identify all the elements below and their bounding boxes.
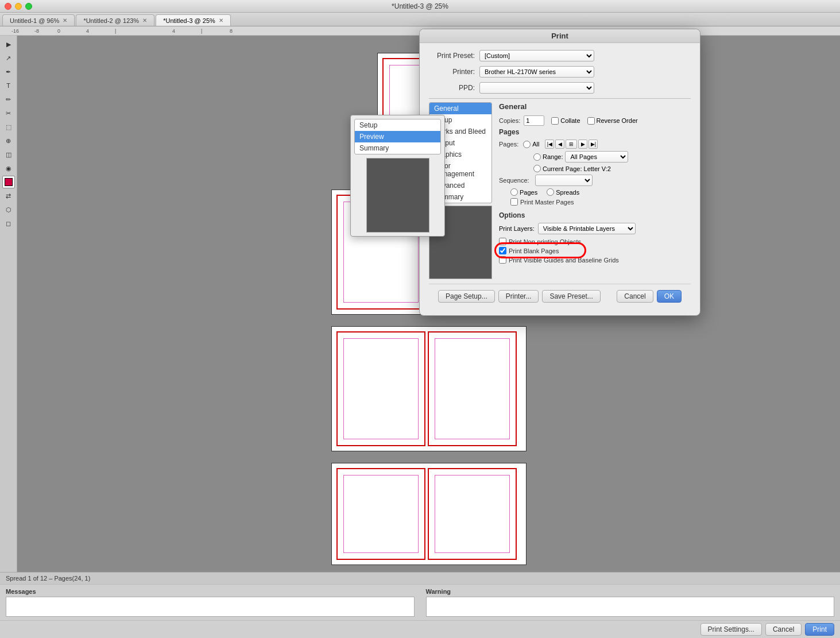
tool-none[interactable]: ⬡ bbox=[2, 203, 15, 216]
spread-info: Spread 1 of 12 – Pages(24, 1) bbox=[6, 575, 90, 582]
cancel-button[interactable]: Cancel bbox=[617, 290, 653, 303]
page-inner-left-2 bbox=[343, 338, 419, 439]
page-inner-right-2 bbox=[435, 338, 510, 439]
collate-checkbox[interactable] bbox=[551, 117, 559, 125]
print-visible-guides-checkbox[interactable] bbox=[499, 256, 506, 264]
tool-arrow[interactable]: ▶ bbox=[2, 38, 15, 51]
warning-content bbox=[426, 597, 835, 617]
bottom-bar: Spread 1 of 12 – Pages(24, 1) Messages W… bbox=[0, 572, 840, 638]
ppd-label: PPD: bbox=[429, 84, 475, 92]
tool-mode[interactable]: ◻ bbox=[2, 217, 15, 230]
preset-row: Print Preset: [Custom] bbox=[429, 50, 691, 61]
print-master-checkbox[interactable] bbox=[510, 198, 518, 206]
tab-untitled2[interactable]: *Untitled-2 @ 123% ✕ bbox=[76, 14, 154, 26]
dialog-title: Print bbox=[551, 32, 568, 40]
printer-label: Printer: bbox=[429, 68, 475, 76]
messages-title: Messages bbox=[6, 588, 415, 595]
reverse-order-checkbox[interactable] bbox=[587, 117, 595, 125]
print-layers-row: Print Layers: Visible & Printable Layers bbox=[499, 223, 691, 234]
small-sidebar-preview[interactable]: Preview bbox=[355, 131, 440, 142]
copies-label: Copies: bbox=[499, 117, 520, 124]
ok-button[interactable]: OK bbox=[657, 290, 682, 303]
spreads-radio-label: Spreads bbox=[547, 188, 579, 196]
bottom-cancel-button[interactable]: Cancel bbox=[765, 623, 802, 636]
nav-prev[interactable]: ◀ bbox=[555, 140, 564, 149]
print-non-printing-checkbox[interactable] bbox=[499, 238, 506, 245]
nav-first[interactable]: |◀ bbox=[545, 140, 554, 149]
tool-pen[interactable]: ✒ bbox=[2, 65, 15, 78]
pages-section: Pages Pages: All |◀ ◀ ⊞ ▶ bbox=[499, 128, 691, 206]
tool-zoom[interactable]: ⊕ bbox=[2, 134, 15, 147]
sequence-row: Sequence: bbox=[499, 175, 691, 186]
small-sidebar-summary[interactable]: Summary bbox=[355, 142, 440, 154]
dialog-main: General Setup Marks and Bleed Output Gra… bbox=[429, 102, 691, 279]
tool-gradient[interactable]: ◫ bbox=[2, 148, 15, 161]
options-title: Options bbox=[499, 211, 691, 219]
copies-row: Copies: Collate Reverse Order bbox=[499, 115, 691, 126]
title-bar: *Untitled-3 @ 25% bbox=[0, 0, 840, 13]
pages-nav: |◀ ◀ ⊞ ▶ ▶| bbox=[545, 140, 598, 149]
tool-text[interactable]: T bbox=[2, 79, 15, 92]
print-layers-select[interactable]: Visible & Printable Layers bbox=[538, 223, 636, 234]
preview-thumbnail bbox=[366, 158, 429, 233]
close-button[interactable] bbox=[5, 3, 11, 10]
tool-pencil[interactable]: ✏ bbox=[2, 93, 15, 106]
tab-untitled1[interactable]: Untitled-1 @ 96% ✕ bbox=[2, 14, 75, 26]
sidebar-general[interactable]: General bbox=[429, 103, 491, 114]
current-page-radio[interactable] bbox=[533, 165, 541, 172]
spread-info-bar: Spread 1 of 12 – Pages(24, 1) bbox=[0, 573, 840, 585]
minimize-button[interactable] bbox=[15, 3, 22, 10]
nav-last[interactable]: ▶| bbox=[589, 140, 598, 149]
printer-select[interactable]: Brother HL-2170W series bbox=[479, 66, 594, 78]
range-select[interactable]: All Pages bbox=[565, 151, 628, 163]
range-radio[interactable] bbox=[533, 153, 541, 161]
print-visible-guides-label: Print Visible Guides and Baseline Grids bbox=[509, 257, 619, 264]
pages-label: Pages: bbox=[499, 141, 518, 148]
print-button[interactable]: Print bbox=[805, 623, 834, 636]
print-visible-guides-row: Print Visible Guides and Baseline Grids bbox=[499, 256, 691, 264]
current-page-row: Current Page: Letter V:2 bbox=[499, 165, 691, 172]
pages-field-row: Pages: All |◀ ◀ ⊞ ▶ ▶| bbox=[499, 140, 691, 149]
maximize-button[interactable] bbox=[25, 3, 32, 10]
all-radio[interactable] bbox=[523, 141, 531, 148]
tool-rect[interactable]: ⬚ bbox=[2, 121, 15, 133]
tool-scissors[interactable]: ✂ bbox=[2, 107, 15, 119]
range-row: Range: All Pages bbox=[499, 151, 691, 163]
tab-close-icon[interactable]: ✕ bbox=[142, 17, 147, 24]
preset-select[interactable]: [Custom] bbox=[479, 50, 594, 61]
tab-close-icon[interactable]: ✕ bbox=[219, 17, 223, 24]
copies-input[interactable] bbox=[524, 115, 544, 126]
toolbar: ▶ ↗ ✒ T ✏ ✂ ⬚ ⊕ ◫ ◉ ⇄ ⬡ ◻ bbox=[0, 36, 17, 638]
pages-group-title: Pages bbox=[499, 128, 691, 136]
print-dialog: Print Print Preset: [Custom] Printer: Br… bbox=[419, 29, 700, 316]
tool-color[interactable] bbox=[2, 176, 15, 188]
print-non-printing-row: Print Non-printing Objects bbox=[499, 238, 691, 245]
tool-select[interactable]: ↗ bbox=[2, 52, 15, 64]
spread-4 bbox=[331, 463, 527, 565]
nav-next[interactable]: ▶ bbox=[578, 140, 587, 149]
dialog-buttons: Page Setup... Printer... Save Preset... … bbox=[429, 284, 691, 308]
dialog-title-bar: Print bbox=[420, 29, 700, 43]
nav-spread[interactable]: ⊞ bbox=[566, 140, 577, 149]
save-preset-button[interactable]: Save Preset... bbox=[542, 290, 600, 303]
right-buttons: Cancel OK bbox=[617, 290, 682, 303]
tool-eyedrop[interactable]: ◉ bbox=[2, 162, 15, 175]
print-master-row: Print Master Pages bbox=[499, 198, 691, 206]
print-blank-checkbox[interactable] bbox=[499, 247, 506, 254]
tab-untitled3[interactable]: *Untitled-3 @ 25% ✕ bbox=[156, 14, 231, 26]
tab-close-icon[interactable]: ✕ bbox=[63, 17, 67, 24]
spreads-sequence-radio[interactable] bbox=[547, 188, 554, 196]
printer-button[interactable]: Printer... bbox=[498, 290, 539, 303]
spread-3 bbox=[331, 326, 527, 451]
page-setup-button[interactable]: Page Setup... bbox=[438, 290, 495, 303]
bottom-buttons: Print Settings... Cancel Print bbox=[0, 620, 840, 638]
print-settings-button[interactable]: Print Settings... bbox=[700, 623, 762, 636]
pages-spreads-row: Pages Spreads bbox=[499, 188, 691, 196]
sequence-select[interactable] bbox=[535, 175, 593, 186]
page-right-3 bbox=[428, 468, 517, 560]
ppd-select[interactable] bbox=[479, 82, 594, 94]
pages-sequence-radio[interactable] bbox=[510, 188, 518, 196]
small-sidebar-setup[interactable]: Setup bbox=[355, 119, 440, 131]
tool-swap[interactable]: ⇄ bbox=[2, 190, 15, 202]
print-blank-label: Print Blank Pages bbox=[509, 248, 559, 254]
